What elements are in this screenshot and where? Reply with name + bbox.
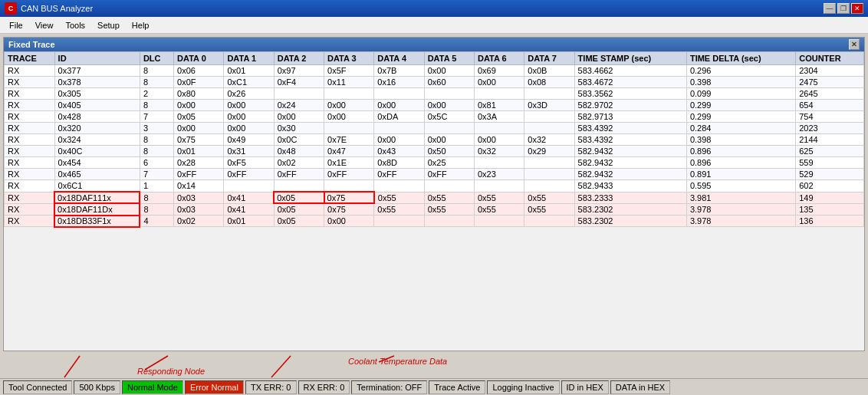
svg-line-0 [64,356,80,377]
table-cell [274,180,324,193]
table-cell: 0x01 [224,216,274,227]
table-cell: 0x03 [174,203,224,216]
table-cell: 0x05 [174,111,224,123]
menu-help[interactable]: Help [126,19,156,31]
table-cell: 0x29 [524,146,574,157]
table-cell: 8 [140,65,173,77]
table-cell: 0x60 [424,77,474,88]
window-controls: — ❐ ✕ [824,3,863,14]
table-cell: 0x75 [324,203,374,216]
table-cell: 583.4662 [574,65,686,77]
table-cell: RX [5,134,55,146]
table-cell: 0x18DAF111x [54,192,140,203]
table-cell [424,216,474,227]
status-logging-inactive: Logging Inactive [487,380,559,394]
table-cell: 0x05 [274,203,324,216]
col-timedelta: TIME DELTA (sec) [686,52,795,65]
table-cell: 0x5C [424,111,474,123]
table-cell [524,180,574,193]
table-cell [524,111,574,123]
table-cell: 0x6C1 [54,180,140,193]
col-dlc: DLC [140,52,173,65]
table-cell: RX [5,192,55,203]
table-cell: 582.9433 [574,180,686,193]
trace-table-container[interactable]: TRACE ID DLC DATA 0 DATA 1 DATA 2 DATA 3… [4,51,864,351]
table-cell: 0x75 [174,134,224,146]
table-cell [474,216,524,227]
table-cell: 2 [140,88,173,100]
table-cell: 0.099 [686,88,795,100]
status-trace-active: Trace Active [429,380,485,394]
table-cell: RX [5,146,55,157]
fixed-trace-close-button[interactable]: ✕ [849,39,860,50]
table-cell [274,88,324,100]
svg-line-2 [271,356,291,377]
table-cell: 0x11 [324,77,374,88]
table-cell [524,216,574,227]
table-cell: 136 [796,216,864,227]
menu-file[interactable]: File [3,19,29,31]
status-termination: Termination: OFF [351,380,427,394]
table-cell: 0x01 [174,146,224,157]
table-cell: 149 [796,192,864,203]
table-cell: RX [5,123,55,134]
col-data3: DATA 3 [324,52,374,65]
table-cell: 0xFF [274,169,324,180]
fixed-trace-header: Fixed Trace ✕ [4,38,864,51]
table-cell: 654 [796,100,864,111]
table-cell: 0x00 [474,134,524,146]
table-cell: 0x18DB33F1x [54,216,140,227]
table-cell: 0x00 [174,123,224,134]
col-data0: DATA 0 [174,52,224,65]
table-cell [374,180,424,193]
table-cell: 0x00 [324,111,374,123]
table-cell: 8 [140,203,173,216]
table-cell [524,88,574,100]
table-cell: 0x3A [474,111,524,123]
table-cell [224,180,274,193]
table-cell: 3 [140,123,173,134]
table-cell [324,123,374,134]
table-cell: 0x41 [224,203,274,216]
table-cell: 0x18DAF11Dx [54,203,140,216]
fixed-trace-panel: Fixed Trace ✕ TRACE ID DLC DATA 0 DATA 1… [3,37,865,351]
table-cell: RX [5,203,55,216]
menu-setup[interactable]: Setup [91,19,126,31]
close-button[interactable]: ✕ [851,3,863,14]
table-cell: 0x49 [224,134,274,146]
status-tx-err: TX ERR: 0 [245,380,297,394]
table-cell: 0x00 [424,100,474,111]
table-cell: 0x97 [274,65,324,77]
table-cell: 0x41 [224,192,274,203]
table-cell: 583.2302 [574,216,686,227]
col-data2: DATA 2 [274,52,324,65]
col-data7: DATA 7 [524,52,574,65]
table-row: RX0x32030x000x000x30583.43920.2842023 [5,123,864,134]
table-cell: 0x0F [174,77,224,88]
col-counter: COUNTER [796,52,864,65]
status-error-normal: Error Normal [185,380,244,394]
status-normal-mode: Normal Mode [122,380,183,394]
table-cell: 582.9432 [574,157,686,169]
table-cell: 0.896 [686,157,795,169]
table-cell: 529 [796,169,864,180]
table-row: RX0x18DB33F1x40x020x010x050x00583.23023.… [5,216,864,227]
table-cell: 583.2302 [574,203,686,216]
table-cell: 582.9432 [574,169,686,180]
minimize-button[interactable]: — [824,3,836,14]
table-cell: 0x7E [324,134,374,146]
restore-button[interactable]: ❐ [837,3,850,14]
menu-tools[interactable]: Tools [59,19,91,31]
table-cell: 0x0C [274,134,324,146]
col-data5: DATA 5 [424,52,474,65]
table-cell: 7 [140,111,173,123]
table-cell: 0x00 [424,134,474,146]
menu-view[interactable]: View [29,19,60,31]
table-row: RX0x37880x0F0xC10xF40x110x160x600x000x08… [5,77,864,88]
table-cell [374,216,424,227]
app-title: CAN BUS Analyzer [21,4,824,13]
table-cell [524,123,574,134]
table-cell: RX [5,216,55,227]
table-cell: 0x324 [54,134,140,146]
table-cell: 0x05 [274,216,324,227]
